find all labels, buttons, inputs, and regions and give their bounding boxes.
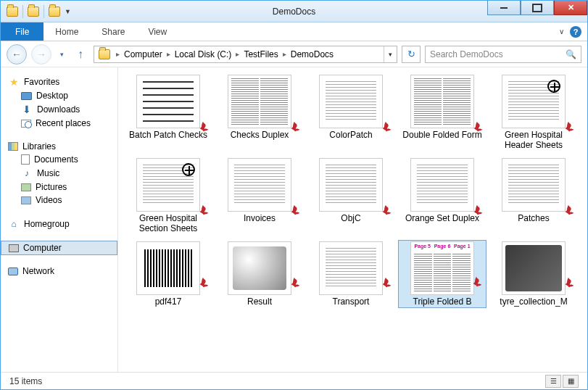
tab-home[interactable]: Home [44, 22, 90, 41]
breadcrumb[interactable]: DemoDocs [288, 49, 336, 59]
file-thumbnail [319, 75, 383, 128]
navigation-pane: ★Favorites Desktop ⬇Downloads Recent pla… [1, 67, 118, 372]
breadcrumb-sep[interactable]: ▸ [281, 50, 288, 58]
pdf-icon [195, 204, 211, 220]
close-button[interactable] [554, 1, 587, 15]
folder-icon [99, 49, 110, 59]
file-item[interactable]: Result [215, 240, 304, 308]
file-name: Triple Folded B [413, 296, 472, 307]
back-button[interactable]: ← [7, 44, 27, 65]
file-tab[interactable]: File [1, 22, 44, 41]
file-name: Transport [333, 296, 370, 307]
file-name: Orange Set Duplex [405, 213, 479, 223]
file-item[interactable]: Checks Duplex [215, 73, 304, 152]
libraries-icon [8, 142, 18, 151]
file-thumbnail [228, 158, 291, 212]
file-item[interactable]: Batch Patch Checks [124, 73, 212, 152]
pdf-icon [560, 276, 576, 292]
file-thumbnail: Page 5Page 6Page 1 [410, 241, 474, 295]
file-thumbnail [228, 75, 291, 128]
sidebar-homegroup[interactable]: ⌂Homegroup [1, 217, 117, 231]
help-icon[interactable]: ? [570, 26, 581, 38]
chevron-down-icon[interactable]: ▼ [65, 8, 71, 15]
network-icon [8, 267, 18, 275]
minimize-button[interactable] [487, 1, 521, 15]
file-item[interactable]: Page 5Page 6Page 1Triple Folded B [398, 240, 486, 308]
file-thumbnail [319, 241, 383, 295]
sidebar-item-documents[interactable]: Documents [1, 153, 117, 166]
search-input[interactable]: Search DemoDocs 🔍 [425, 46, 581, 63]
file-item[interactable]: Green Hospital Header Sheets [489, 73, 578, 152]
star-icon: ★ [8, 76, 20, 88]
sidebar-item-recent[interactable]: Recent places [1, 117, 117, 130]
sidebar-item-downloads[interactable]: ⬇Downloads [1, 102, 117, 117]
folder-icon [7, 7, 18, 17]
file-thumbnail [136, 158, 200, 212]
pdf-icon [378, 276, 394, 292]
file-item[interactable]: Green Hospital Section Sheets [124, 157, 212, 236]
pdf-icon [286, 120, 302, 136]
item-count: 15 items [9, 376, 42, 386]
sidebar-libraries[interactable]: Libraries [1, 140, 117, 153]
sidebar-computer[interactable]: Computer [1, 241, 117, 255]
tab-share[interactable]: Share [90, 22, 136, 41]
pdf-icon [195, 276, 211, 292]
breadcrumb-sep[interactable]: ▸ [234, 50, 241, 58]
address-bar[interactable]: ▸ Computer ▸ Local Disk (C:) ▸ TestFiles… [94, 46, 397, 63]
document-icon [21, 154, 30, 165]
refresh-button[interactable]: ↻ [402, 46, 421, 63]
forward-button[interactable]: → [31, 44, 51, 65]
pdf-icon [560, 204, 576, 220]
file-item[interactable]: tyre_collection_M [489, 240, 578, 308]
breadcrumb[interactable]: Computer [121, 49, 165, 59]
file-item[interactable]: Patches [489, 157, 578, 236]
nav-bar: ← → ▾ ↑ ▸ Computer ▸ Local Disk (C:) ▸ T… [1, 41, 587, 67]
address-dropdown[interactable]: ▾ [384, 46, 397, 62]
file-item[interactable]: Invoices [215, 157, 304, 236]
sidebar-item-desktop[interactable]: Desktop [1, 89, 117, 102]
music-icon: ♪ [21, 167, 33, 179]
pictures-icon [21, 183, 31, 191]
breadcrumb-sep[interactable]: ▸ [115, 50, 121, 58]
explorer-window: ▼ DemoDocs File Home Share View ∨ ? ← → … [0, 0, 588, 390]
up-button[interactable]: ↑ [72, 46, 89, 63]
computer-icon [9, 244, 19, 252]
view-icons-button[interactable]: ▦ [563, 375, 579, 388]
pdf-icon [469, 204, 485, 220]
pdf-icon [469, 120, 485, 136]
breadcrumb-sep[interactable]: ▸ [165, 50, 172, 58]
maximize-button[interactable] [521, 1, 554, 15]
folder-icon[interactable] [49, 7, 60, 17]
file-thumbnail [410, 75, 474, 128]
quick-access-toolbar: ▼ [1, 5, 71, 18]
sidebar-item-pictures[interactable]: Pictures [1, 181, 117, 194]
file-name: tyre_collection_M [500, 296, 567, 307]
breadcrumb[interactable]: Local Disk (C:) [172, 49, 235, 59]
tab-view[interactable]: View [136, 22, 178, 41]
file-item[interactable]: Transport [307, 240, 395, 308]
sidebar-network[interactable]: Network [1, 265, 117, 278]
file-thumbnail [502, 241, 566, 295]
file-item[interactable]: Orange Set Duplex [398, 157, 486, 236]
folder-icon[interactable] [28, 7, 39, 17]
file-grid: Batch Patch ChecksChecks DuplexColorPatc… [118, 67, 587, 314]
file-name: Invoices [244, 213, 276, 223]
file-item[interactable]: ColorPatch [307, 73, 395, 152]
pdf-icon [468, 275, 484, 291]
breadcrumb[interactable]: TestFiles [241, 49, 281, 59]
sidebar-item-music[interactable]: ♪Music [1, 166, 117, 181]
view-details-button[interactable]: ☰ [545, 375, 561, 388]
file-item[interactable]: pdf417 [124, 240, 212, 308]
qat-divider [22, 5, 23, 18]
history-dropdown[interactable]: ▾ [56, 49, 67, 60]
sidebar-item-videos[interactable]: Videos [1, 194, 117, 207]
pdf-icon [286, 204, 302, 220]
file-item[interactable]: Double Folded Form [398, 73, 486, 152]
pdf-icon [560, 120, 576, 136]
file-item[interactable]: ObjC [307, 157, 395, 236]
window-controls [487, 1, 587, 15]
file-thumbnail [136, 75, 200, 128]
ribbon-collapse-icon[interactable]: ∨ [559, 28, 564, 36]
file-pane[interactable]: Batch Patch ChecksChecks DuplexColorPatc… [118, 67, 587, 372]
sidebar-favorites[interactable]: ★Favorites [1, 75, 117, 89]
